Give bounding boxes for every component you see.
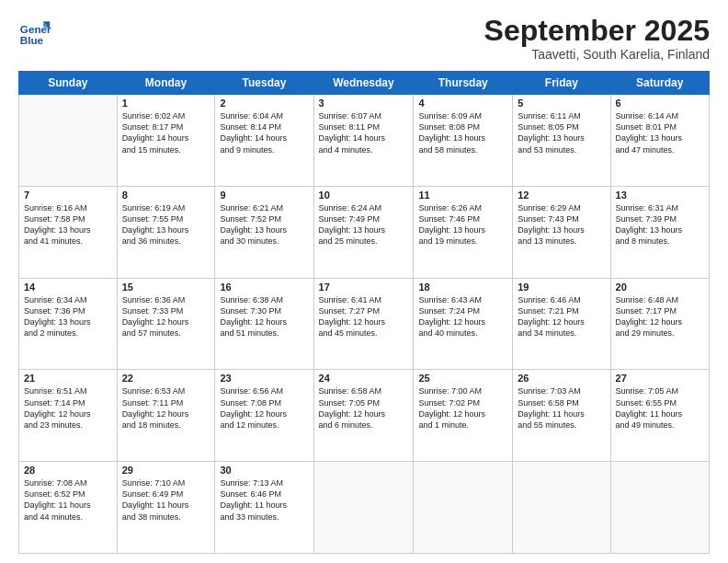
day-number: 26	[518, 373, 605, 384]
day-info: Sunrise: 6:51 AMSunset: 7:14 PMDaylight:…	[24, 385, 112, 431]
day-number: 4	[418, 98, 507, 109]
day-info: Sunrise: 6:16 AMSunset: 7:58 PMDaylight:…	[24, 202, 112, 247]
svg-text:Blue: Blue	[20, 34, 44, 46]
calendar-cell	[610, 462, 709, 554]
calendar-cell: 16Sunrise: 6:38 AMSunset: 7:30 PMDayligh…	[215, 278, 313, 370]
calendar-cell: 22Sunrise: 6:53 AMSunset: 7:11 PMDayligh…	[117, 370, 215, 462]
day-number: 23	[220, 373, 308, 384]
calendar-cell: 8Sunrise: 6:19 AMSunset: 7:55 PMDaylight…	[117, 186, 215, 278]
weekday-header-thursday: Thursday	[414, 72, 513, 95]
day-number: 28	[24, 465, 112, 476]
calendar-cell: 3Sunrise: 6:07 AMSunset: 8:11 PMDaylight…	[313, 95, 414, 187]
day-number: 9	[220, 190, 308, 201]
day-info: Sunrise: 6:38 AMSunset: 7:30 PMDaylight:…	[220, 294, 308, 339]
calendar-cell: 6Sunrise: 6:14 AMSunset: 8:01 PMDaylight…	[610, 95, 709, 187]
calendar-cell: 11Sunrise: 6:26 AMSunset: 7:46 PMDayligh…	[414, 186, 513, 278]
calendar-cell: 2Sunrise: 6:04 AMSunset: 8:14 PMDaylight…	[215, 95, 313, 187]
day-number: 1	[122, 98, 210, 109]
calendar-cell: 14Sunrise: 6:34 AMSunset: 7:36 PMDayligh…	[19, 278, 118, 370]
day-number: 20	[616, 282, 704, 293]
day-number: 13	[616, 190, 704, 201]
day-info: Sunrise: 6:02 AMSunset: 8:17 PMDaylight:…	[122, 110, 210, 155]
calendar-cell: 4Sunrise: 6:09 AMSunset: 8:08 PMDaylight…	[414, 95, 513, 187]
day-info: Sunrise: 6:21 AMSunset: 7:52 PMDaylight:…	[220, 202, 308, 247]
calendar-cell: 19Sunrise: 6:46 AMSunset: 7:21 PMDayligh…	[513, 278, 610, 370]
day-info: Sunrise: 7:13 AMSunset: 6:46 PMDaylight:…	[220, 477, 308, 523]
calendar-cell: 24Sunrise: 6:58 AMSunset: 7:05 PMDayligh…	[313, 370, 414, 462]
day-number: 14	[24, 282, 112, 293]
calendar-cell	[513, 462, 610, 554]
day-number: 12	[518, 190, 605, 201]
day-number: 21	[24, 373, 112, 384]
day-info: Sunrise: 6:31 AMSunset: 7:39 PMDaylight:…	[616, 202, 704, 247]
day-number: 29	[122, 465, 210, 476]
day-number: 25	[418, 373, 507, 384]
logo-icon: General Blue	[18, 15, 51, 48]
day-info: Sunrise: 6:26 AMSunset: 7:46 PMDaylight:…	[418, 202, 507, 247]
day-number: 8	[122, 190, 210, 201]
day-number: 7	[24, 190, 112, 201]
calendar-cell: 17Sunrise: 6:41 AMSunset: 7:27 PMDayligh…	[313, 278, 414, 370]
calendar-cell: 10Sunrise: 6:24 AMSunset: 7:49 PMDayligh…	[313, 186, 414, 278]
day-number: 3	[319, 98, 409, 109]
day-number: 15	[122, 282, 210, 293]
title-block: September 2025 Taavetti, South Karelia, …	[484, 15, 710, 62]
weekday-header-sunday: Sunday	[19, 72, 118, 95]
day-info: Sunrise: 6:19 AMSunset: 7:55 PMDaylight:…	[122, 202, 210, 247]
day-info: Sunrise: 6:56 AMSunset: 7:08 PMDaylight:…	[220, 385, 308, 431]
day-info: Sunrise: 7:05 AMSunset: 6:55 PMDaylight:…	[616, 385, 704, 431]
calendar-cell: 26Sunrise: 7:03 AMSunset: 6:58 PMDayligh…	[513, 370, 610, 462]
calendar-cell: 5Sunrise: 6:11 AMSunset: 8:05 PMDaylight…	[513, 95, 610, 187]
day-number: 19	[518, 282, 605, 293]
calendar-cell: 23Sunrise: 6:56 AMSunset: 7:08 PMDayligh…	[215, 370, 313, 462]
day-info: Sunrise: 6:48 AMSunset: 7:17 PMDaylight:…	[616, 294, 704, 339]
day-number: 17	[319, 282, 409, 293]
day-info: Sunrise: 6:14 AMSunset: 8:01 PMDaylight:…	[616, 110, 704, 155]
day-info: Sunrise: 6:09 AMSunset: 8:08 PMDaylight:…	[418, 110, 507, 155]
calendar-cell: 27Sunrise: 7:05 AMSunset: 6:55 PMDayligh…	[610, 370, 709, 462]
calendar-cell	[414, 462, 513, 554]
location-title: Taavetti, South Karelia, Finland	[484, 47, 710, 62]
day-info: Sunrise: 6:11 AMSunset: 8:05 PMDaylight:…	[518, 110, 605, 155]
day-info: Sunrise: 6:36 AMSunset: 7:33 PMDaylight:…	[122, 294, 210, 339]
calendar-cell: 30Sunrise: 7:13 AMSunset: 6:46 PMDayligh…	[215, 462, 313, 554]
calendar-cell: 21Sunrise: 6:51 AMSunset: 7:14 PMDayligh…	[19, 370, 118, 462]
day-info: Sunrise: 7:08 AMSunset: 6:52 PMDaylight:…	[24, 477, 112, 523]
calendar-cell	[19, 95, 118, 187]
logo: General Blue	[18, 15, 51, 48]
day-info: Sunrise: 6:24 AMSunset: 7:49 PMDaylight:…	[319, 202, 409, 247]
weekday-header-friday: Friday	[513, 72, 610, 95]
day-info: Sunrise: 6:04 AMSunset: 8:14 PMDaylight:…	[220, 110, 308, 155]
day-info: Sunrise: 6:58 AMSunset: 7:05 PMDaylight:…	[319, 385, 409, 431]
day-number: 24	[319, 373, 409, 384]
calendar-cell: 29Sunrise: 7:10 AMSunset: 6:49 PMDayligh…	[117, 462, 215, 554]
calendar-cell: 13Sunrise: 6:31 AMSunset: 7:39 PMDayligh…	[610, 186, 709, 278]
day-number: 5	[518, 98, 605, 109]
calendar-cell: 12Sunrise: 6:29 AMSunset: 7:43 PMDayligh…	[513, 186, 610, 278]
day-number: 10	[319, 190, 409, 201]
calendar-cell: 25Sunrise: 7:00 AMSunset: 7:02 PMDayligh…	[414, 370, 513, 462]
month-title: September 2025	[484, 15, 710, 47]
weekday-header-tuesday: Tuesday	[215, 72, 313, 95]
day-number: 30	[220, 465, 308, 476]
day-info: Sunrise: 6:43 AMSunset: 7:24 PMDaylight:…	[418, 294, 507, 339]
day-info: Sunrise: 7:00 AMSunset: 7:02 PMDaylight:…	[418, 385, 507, 431]
day-info: Sunrise: 6:07 AMSunset: 8:11 PMDaylight:…	[319, 110, 409, 155]
weekday-header-wednesday: Wednesday	[313, 72, 414, 95]
calendar-cell: 1Sunrise: 6:02 AMSunset: 8:17 PMDaylight…	[117, 95, 215, 187]
day-info: Sunrise: 6:34 AMSunset: 7:36 PMDaylight:…	[24, 294, 112, 339]
day-number: 18	[418, 282, 507, 293]
day-info: Sunrise: 6:46 AMSunset: 7:21 PMDaylight:…	[518, 294, 605, 339]
calendar-cell	[313, 462, 414, 554]
day-number: 11	[418, 190, 507, 201]
day-info: Sunrise: 6:53 AMSunset: 7:11 PMDaylight:…	[122, 385, 210, 431]
day-number: 22	[122, 373, 210, 384]
day-info: Sunrise: 6:41 AMSunset: 7:27 PMDaylight:…	[319, 294, 409, 339]
calendar-cell: 7Sunrise: 6:16 AMSunset: 7:58 PMDaylight…	[19, 186, 118, 278]
calendar-cell: 18Sunrise: 6:43 AMSunset: 7:24 PMDayligh…	[414, 278, 513, 370]
weekday-header-saturday: Saturday	[610, 72, 709, 95]
day-number: 6	[616, 98, 704, 109]
day-number: 16	[220, 282, 308, 293]
day-number: 2	[220, 98, 308, 109]
calendar-cell: 15Sunrise: 6:36 AMSunset: 7:33 PMDayligh…	[117, 278, 215, 370]
